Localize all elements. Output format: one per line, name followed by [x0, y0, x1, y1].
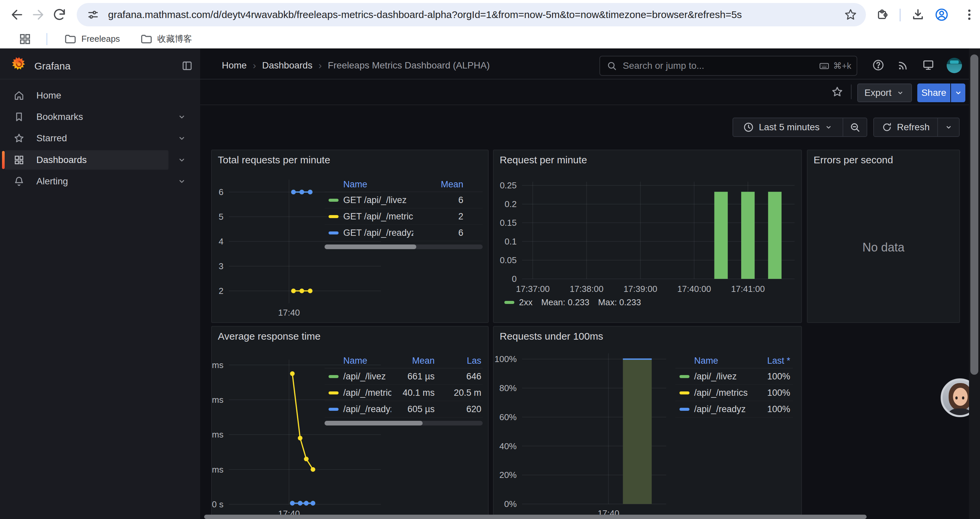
series-color-pill — [679, 391, 689, 394]
series-label[interactable]: 2xx — [519, 297, 532, 308]
panel-average-response-time: 80 ms60 ms40 ms20 ms0 s17:40 Average res… — [211, 326, 488, 519]
legend-table-row[interactable]: /api/_/livez661 µs646 — [325, 368, 483, 385]
series-color-pill — [329, 199, 339, 202]
download-icon[interactable] — [911, 7, 925, 22]
sidebar-item-dashboards[interactable]: Dashboards — [0, 150, 200, 170]
legend-scrollbar[interactable] — [325, 244, 483, 249]
keyboard-icon — [819, 60, 830, 72]
breadcrumb-home[interactable]: Home — [222, 60, 247, 71]
svg-text:6: 6 — [219, 187, 223, 197]
legend-table-row[interactable]: GET /api/_/livez6 — [325, 192, 483, 208]
forward-icon[interactable] — [31, 7, 46, 22]
clock-icon — [743, 121, 754, 133]
sidebar-item-home[interactable]: Home — [0, 86, 200, 105]
legend-table-row[interactable]: /api/_/metrics100% — [675, 385, 793, 401]
sidebar-item-label: Bookmarks — [37, 112, 83, 122]
refresh-interval-button[interactable] — [938, 118, 959, 136]
folder-icon — [140, 33, 153, 45]
svg-text:17:40:00: 17:40:00 — [677, 284, 711, 294]
legend-table-row[interactable]: GET /api/_/metrics2 — [325, 208, 483, 225]
bookmark-folder-blogs[interactable]: 收藏博客 — [140, 33, 192, 45]
panel-title[interactable]: Errors per second — [813, 154, 893, 166]
legend-table-row[interactable]: GET /api/_/readyz6 — [325, 225, 483, 241]
sidebar-item-bookmarks[interactable]: Bookmarks — [0, 107, 200, 126]
refresh-button[interactable]: Refresh — [874, 122, 937, 133]
help-icon[interactable] — [872, 58, 885, 72]
svg-text:17:40: 17:40 — [278, 308, 300, 318]
breadcrumb-dashboards[interactable]: Dashboards — [262, 60, 313, 71]
sidebar-item-starred[interactable]: Starred — [0, 129, 200, 148]
svg-text:0.25: 0.25 — [500, 180, 517, 190]
extensions-icon[interactable] — [876, 7, 889, 21]
svg-text:60 ms: 60 ms — [212, 395, 223, 405]
chevron-down-icon[interactable] — [177, 112, 187, 122]
time-range-button[interactable]: Last 5 minutes — [733, 121, 843, 133]
sidebar-item-label: Home — [37, 90, 61, 101]
user-avatar[interactable] — [947, 58, 962, 73]
chevron-down-icon[interactable] — [177, 155, 187, 165]
series-color-pill — [329, 232, 339, 235]
apps-grid-icon[interactable] — [18, 32, 32, 46]
sidebar-item-label: Alerting — [37, 176, 68, 187]
vertical-scrollbar-thumb[interactable] — [970, 54, 978, 375]
chevron-down-icon[interactable] — [177, 133, 187, 143]
reload-icon[interactable] — [52, 7, 67, 22]
vertical-scrollbar[interactable] — [969, 48, 980, 519]
legend-table-row[interactable]: /api/_/livez100% — [675, 368, 793, 385]
site-settings-icon[interactable] — [87, 8, 99, 21]
bookmark-folder-freeleaps[interactable]: Freeleaps — [64, 33, 120, 45]
bookmark-star-icon[interactable] — [844, 8, 857, 21]
chart-request-per-minute[interactable]: 00.050.10.150.20.2517:37:0017:38:0017:39… — [494, 150, 801, 322]
legend-table-row[interactable]: /api/_/readyz605 µs620 — [325, 401, 483, 417]
horizontal-scrollbar-thumb[interactable] — [204, 515, 867, 519]
profile-icon[interactable] — [934, 7, 949, 22]
share-button[interactable]: Share — [917, 83, 950, 102]
kiosk-monitor-icon[interactable] — [922, 58, 935, 72]
zoom-out-button[interactable] — [843, 118, 867, 136]
bookmarks-divider — [46, 33, 48, 45]
panel-title[interactable]: Total requests per minute — [218, 154, 330, 166]
search-input[interactable]: ⌘+k — [600, 56, 857, 76]
chevron-down-icon — [954, 88, 963, 97]
search-icon — [606, 60, 617, 72]
svg-text:80 ms: 80 ms — [212, 360, 223, 370]
export-button[interactable]: Export — [857, 83, 912, 102]
url-bar[interactable]: grafana.mathmast.com/d/deytv4rwavabkb/fr… — [77, 3, 866, 26]
grafana-logo-icon[interactable] — [11, 56, 27, 72]
chevron-down-icon[interactable] — [177, 176, 187, 186]
bookmark-label: Freeleaps — [81, 34, 120, 44]
svg-text:17:38:00: 17:38:00 — [570, 284, 603, 294]
series-color-pill — [329, 391, 339, 394]
back-icon[interactable] — [10, 7, 24, 22]
zoom-out-icon — [849, 121, 861, 133]
favorite-star-icon[interactable] — [831, 86, 843, 98]
no-data-message: No data — [808, 241, 959, 254]
news-rss-icon[interactable] — [897, 58, 910, 72]
legend-table-header: NameMean — [325, 177, 483, 192]
legend-scrollbar[interactable] — [325, 421, 483, 425]
panel-title[interactable]: Average response time — [218, 331, 321, 342]
menu-kebab-icon[interactable] — [962, 7, 977, 22]
svg-text:0.05: 0.05 — [500, 255, 517, 265]
legend-table-row[interactable]: /api/_/readyz100% — [675, 401, 793, 417]
share-dropdown-button[interactable] — [951, 83, 965, 102]
panel-title[interactable]: Request per minute — [500, 154, 587, 166]
sidebar-item-alerting[interactable]: Alerting — [0, 172, 200, 191]
toolbar-divider — [900, 9, 900, 21]
dashboard-toolbar: Export Share — [200, 80, 969, 105]
svg-text:100%: 100% — [495, 354, 517, 364]
brand-title[interactable]: Grafana — [34, 61, 70, 72]
breadcrumb: Home › Dashboards › Freeleaps Metrics Da… — [222, 60, 490, 71]
svg-text:5: 5 — [219, 212, 223, 222]
breadcrumb-separator: › — [318, 60, 322, 71]
panel-left-toggle-icon[interactable] — [181, 60, 193, 72]
svg-text:3: 3 — [219, 261, 223, 271]
panel-title[interactable]: Requests under 100ms — [500, 331, 603, 342]
chart-legend[interactable]: 2xx Mean: 0.233 Max: 0.233 — [504, 297, 641, 308]
series-color-pill — [679, 375, 689, 378]
dashboards-grid-icon — [13, 154, 25, 166]
legend-table-row[interactable]: /api/_/metrics40.1 ms20.5 m — [325, 385, 483, 401]
search-field[interactable] — [622, 60, 819, 72]
svg-text:0.1: 0.1 — [505, 236, 517, 246]
chevron-down-icon — [896, 88, 905, 97]
